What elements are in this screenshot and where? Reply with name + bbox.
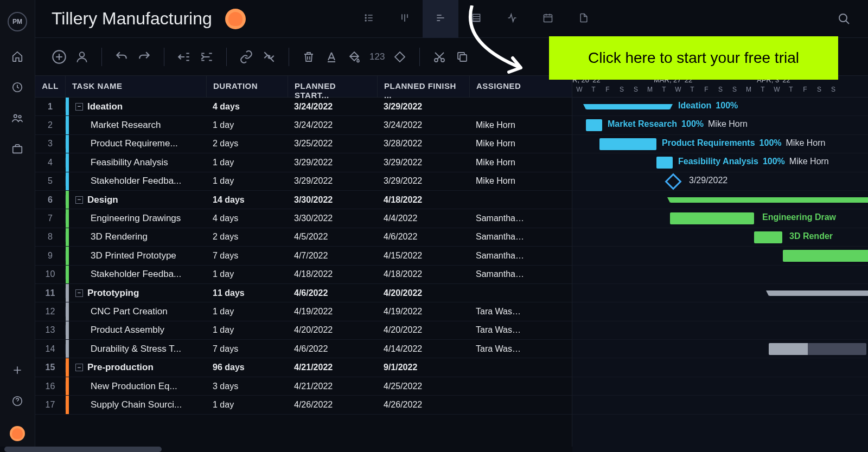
start-cell[interactable]: 3/29/2022 xyxy=(288,158,377,167)
finish-cell[interactable]: 4/14/2022 xyxy=(377,344,469,354)
gantt-bar[interactable] xyxy=(586,104,670,109)
finish-cell[interactable]: 4/15/2022 xyxy=(377,251,469,261)
assigned-cell[interactable]: Mike Horn xyxy=(469,139,532,148)
task-row[interactable]: 6−Design14 days3/30/20224/18/2022 xyxy=(35,191,572,209)
collapse-icon[interactable]: − xyxy=(75,103,83,111)
gantt-bar[interactable] xyxy=(599,138,656,150)
task-name-cell[interactable]: Market Research xyxy=(69,120,206,131)
gantt-bar[interactable] xyxy=(754,231,782,243)
start-cell[interactable]: 3/30/2022 xyxy=(288,214,377,223)
gantt-row[interactable]: 3/29/2022 xyxy=(572,172,868,191)
task-row[interactable]: 15−Pre-production96 days4/21/20229/1/202… xyxy=(35,358,572,377)
copy-icon[interactable] xyxy=(455,49,470,64)
assigned-cell[interactable]: Tara Washing xyxy=(469,307,532,317)
task-row[interactable]: 11−Prototyping11 days4/6/20224/20/2022 xyxy=(35,284,572,302)
tab-files[interactable] xyxy=(566,0,602,38)
assigned-cell[interactable]: Samantha Cu xyxy=(469,251,532,261)
start-cell[interactable]: 3/29/2022 xyxy=(288,176,377,186)
start-cell[interactable]: 4/6/2022 xyxy=(288,288,377,298)
assigned-cell[interactable]: Mike Horn xyxy=(469,120,532,130)
assigned-cell[interactable]: Mike Horn xyxy=(469,158,532,167)
start-cell[interactable]: 4/21/2022 xyxy=(288,382,377,391)
duration-cell[interactable]: 2 days xyxy=(206,139,288,148)
assigned-cell[interactable]: Samantha Cu xyxy=(469,232,532,242)
cut-icon[interactable] xyxy=(432,49,447,64)
finish-cell[interactable]: 4/25/2022 xyxy=(377,382,469,391)
start-cell[interactable]: 4/19/2022 xyxy=(288,307,377,317)
unlink-icon[interactable] xyxy=(261,49,277,64)
tab-calendar[interactable] xyxy=(530,0,566,38)
add-task-icon[interactable] xyxy=(52,49,67,64)
task-name-cell[interactable]: −Ideation xyxy=(69,101,206,112)
duration-cell[interactable]: 1 day xyxy=(206,307,288,317)
undo-icon[interactable] xyxy=(114,49,129,64)
duration-cell[interactable]: 3 days xyxy=(206,382,288,391)
collapse-icon[interactable]: − xyxy=(75,196,83,204)
task-name-cell[interactable]: Supply Chain Sourci... xyxy=(69,399,206,410)
text-format-icon[interactable] xyxy=(324,49,339,64)
gantt-row[interactable] xyxy=(572,340,868,358)
start-cell[interactable]: 3/24/2022 xyxy=(288,120,377,130)
gantt-row[interactable] xyxy=(572,302,868,321)
start-cell[interactable]: 4/20/2022 xyxy=(288,325,377,335)
task-name-cell[interactable]: Product Requireme... xyxy=(69,138,206,149)
assigned-cell[interactable]: Samantha Cu xyxy=(469,214,532,223)
gantt-row[interactable] xyxy=(572,266,868,284)
task-name-cell[interactable]: Stakeholder Feedba... xyxy=(69,176,206,186)
task-row[interactable]: 10Stakeholder Feedba...1 day4/18/20224/1… xyxy=(35,266,572,284)
task-name-cell[interactable]: Product Assembly xyxy=(69,325,206,335)
task-name-cell[interactable]: Durability & Stress T... xyxy=(69,344,206,354)
redo-icon[interactable] xyxy=(137,49,152,64)
duration-cell[interactable]: 7 days xyxy=(206,344,288,354)
duration-cell[interactable]: 7 days xyxy=(206,251,288,261)
finish-cell[interactable]: 4/6/2022 xyxy=(377,232,469,242)
start-cell[interactable]: 3/24/2022 xyxy=(288,102,377,112)
task-row[interactable]: 14Durability & Stress T...7 days4/6/2022… xyxy=(35,340,572,358)
gantt-row[interactable] xyxy=(572,358,868,377)
task-row[interactable]: 2Market Research1 day3/24/20223/24/2022M… xyxy=(35,116,572,134)
start-cell[interactable]: 3/25/2022 xyxy=(288,139,377,148)
assigned-cell[interactable]: Tara Washing xyxy=(469,325,532,335)
task-name-cell[interactable]: −Prototyping xyxy=(69,288,206,299)
gantt-row[interactable] xyxy=(572,284,868,302)
col-start[interactable]: PLANNED START... xyxy=(288,76,378,97)
start-cell[interactable]: 4/6/2022 xyxy=(288,344,377,354)
gantt-body[interactable]: Ideation100%Market Research100%Mike Horn… xyxy=(572,98,868,452)
assigned-cell[interactable]: Samantha Cu xyxy=(469,269,532,279)
gantt-bar[interactable] xyxy=(670,197,868,203)
gantt-row[interactable]: Ideation100% xyxy=(572,98,868,116)
finish-cell[interactable]: 9/1/2022 xyxy=(377,363,469,372)
gantt-bar[interactable] xyxy=(656,157,673,169)
task-name-cell[interactable]: Stakeholder Feedba... xyxy=(69,269,206,280)
start-cell[interactable]: 4/5/2022 xyxy=(288,232,377,242)
tool-number-label[interactable]: 123 xyxy=(369,51,385,62)
task-name-cell[interactable]: −Design xyxy=(69,195,206,205)
task-row[interactable]: 93D Printed Prototype7 days4/7/20224/15/… xyxy=(35,247,572,265)
gantt-row[interactable] xyxy=(572,396,868,414)
col-all[interactable]: ALL xyxy=(35,76,66,97)
gantt-row[interactable] xyxy=(572,321,868,340)
gantt-row[interactable]: Engineering Draw xyxy=(572,209,868,228)
tab-activity[interactable] xyxy=(494,0,530,38)
gantt-bar[interactable] xyxy=(586,119,602,131)
finish-cell[interactable]: 3/24/2022 xyxy=(377,120,469,130)
tab-sheet[interactable] xyxy=(458,0,494,38)
start-cell[interactable]: 4/7/2022 xyxy=(288,251,377,261)
grid-body[interactable]: 1−Ideation4 days3/24/20223/29/20222Marke… xyxy=(35,98,572,452)
col-duration[interactable]: DURATION xyxy=(207,76,288,97)
duration-cell[interactable]: 96 days xyxy=(206,363,288,372)
finish-cell[interactable]: 3/29/2022 xyxy=(377,102,469,112)
cta-free-trial[interactable]: Click here to start your free trial xyxy=(549,36,838,80)
gantt-bar[interactable] xyxy=(670,212,754,224)
task-row[interactable]: 16New Production Eq...3 days4/21/20224/2… xyxy=(35,377,572,396)
task-row[interactable]: 13Product Assembly1 day4/20/20224/20/202… xyxy=(35,321,572,340)
gantt-bar[interactable] xyxy=(769,290,868,296)
gantt-row[interactable] xyxy=(572,191,868,209)
start-cell[interactable]: 3/30/2022 xyxy=(288,195,377,205)
delete-icon[interactable] xyxy=(301,49,316,64)
indent-icon[interactable] xyxy=(199,49,214,64)
milestone-icon[interactable] xyxy=(392,49,407,64)
col-name[interactable]: TASK NAME xyxy=(66,76,207,97)
col-assigned[interactable]: ASSIGNED xyxy=(470,76,532,97)
task-row[interactable]: 17Supply Chain Sourci...1 day4/26/20224/… xyxy=(35,396,572,414)
